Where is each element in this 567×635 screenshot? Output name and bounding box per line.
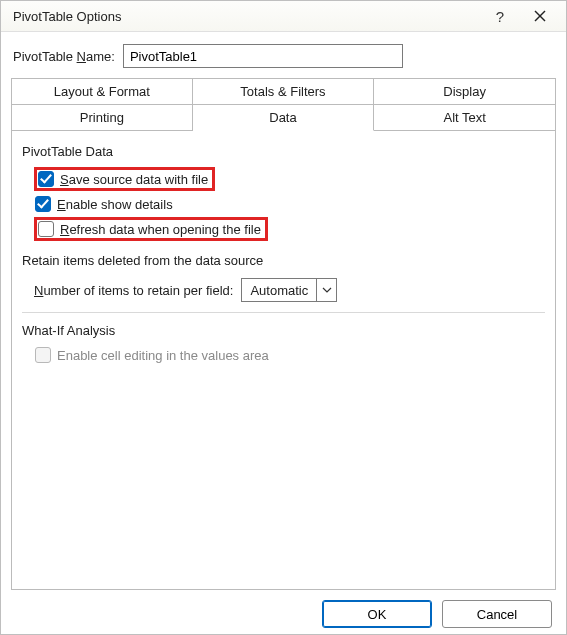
retain-items-select-value: Automatic: [242, 283, 316, 298]
checkbox-enable-show-details[interactable]: [35, 196, 51, 212]
close-icon: [534, 10, 546, 22]
checkbox-enable-show-details-row[interactable]: Enable show details: [34, 195, 177, 213]
checkbox-refresh-on-open-row[interactable]: Refresh data when opening the file: [34, 217, 268, 241]
tab-totals-filters[interactable]: Totals & Filters: [193, 78, 375, 105]
checkbox-save-source-data-row[interactable]: Save source data with file: [34, 167, 215, 191]
checkbox-enable-cell-editing-row: Enable cell editing in the values area: [34, 346, 273, 364]
tab-alt-text[interactable]: Alt Text: [374, 105, 556, 131]
section-retain-items: Retain items deleted from the data sourc…: [22, 253, 545, 268]
tab-data[interactable]: Data: [193, 105, 375, 131]
checkbox-enable-show-details-label: Enable show details: [57, 197, 173, 212]
dialog-title: PivotTable Options: [13, 9, 480, 24]
help-button[interactable]: ?: [480, 1, 520, 31]
pivottable-name-input[interactable]: [123, 44, 403, 68]
tabs-row-1: Layout & Format Totals & Filters Display: [11, 78, 556, 105]
dialog-footer: OK Cancel: [1, 590, 566, 635]
tab-panel-data: PivotTable Data Save source data with fi…: [11, 130, 556, 590]
tab-layout-format[interactable]: Layout & Format: [11, 78, 193, 105]
retain-items-row: Number of items to retain per field: Aut…: [34, 278, 547, 302]
checkbox-save-source-data-label: Save source data with file: [60, 172, 208, 187]
tab-display[interactable]: Display: [374, 78, 556, 105]
pivottable-name-label: PivotTable Name:: [13, 49, 115, 64]
section-pivottable-data: PivotTable Data: [22, 144, 545, 159]
tabs-row-2: Printing Data Alt Text: [11, 105, 556, 131]
separator: [22, 312, 545, 313]
pivottable-name-row: PivotTable Name:: [1, 32, 566, 78]
ok-button[interactable]: OK: [322, 600, 432, 628]
checkbox-refresh-on-open[interactable]: [38, 221, 54, 237]
chevron-down-icon: [322, 287, 332, 293]
checkbox-refresh-on-open-label: Refresh data when opening the file: [60, 222, 261, 237]
close-button[interactable]: [520, 1, 560, 31]
retain-items-select[interactable]: Automatic: [241, 278, 337, 302]
pivottable-options-dialog: PivotTable Options ? PivotTable Name: La…: [0, 0, 567, 635]
cancel-button[interactable]: Cancel: [442, 600, 552, 628]
tab-strip: Layout & Format Totals & Filters Display…: [1, 78, 566, 590]
titlebar: PivotTable Options ?: [1, 1, 566, 32]
retain-items-select-button[interactable]: [316, 279, 336, 301]
question-icon: ?: [496, 8, 504, 25]
checkbox-save-source-data[interactable]: [38, 171, 54, 187]
checkbox-enable-cell-editing-label: Enable cell editing in the values area: [57, 348, 269, 363]
tab-printing[interactable]: Printing: [11, 105, 193, 131]
checkbox-enable-cell-editing: [35, 347, 51, 363]
retain-items-label: Number of items to retain per field:: [34, 283, 233, 298]
section-whatif: What-If Analysis: [22, 323, 545, 338]
